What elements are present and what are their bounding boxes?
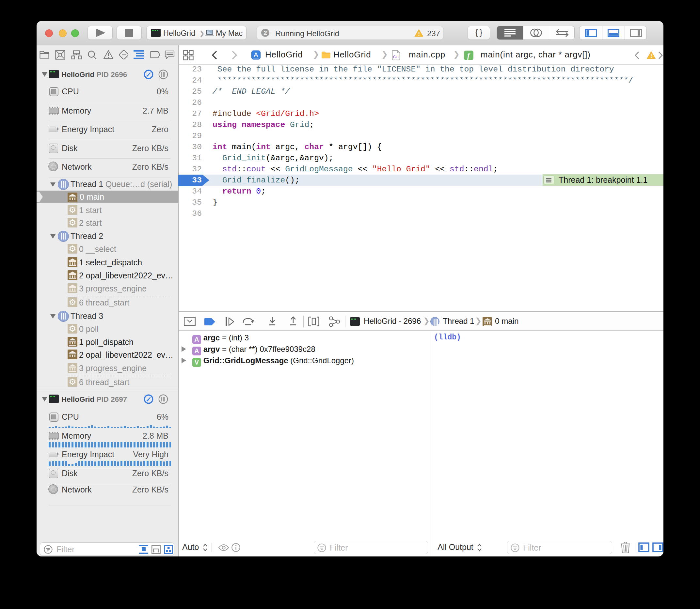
svg-text:C++: C++	[393, 55, 400, 59]
